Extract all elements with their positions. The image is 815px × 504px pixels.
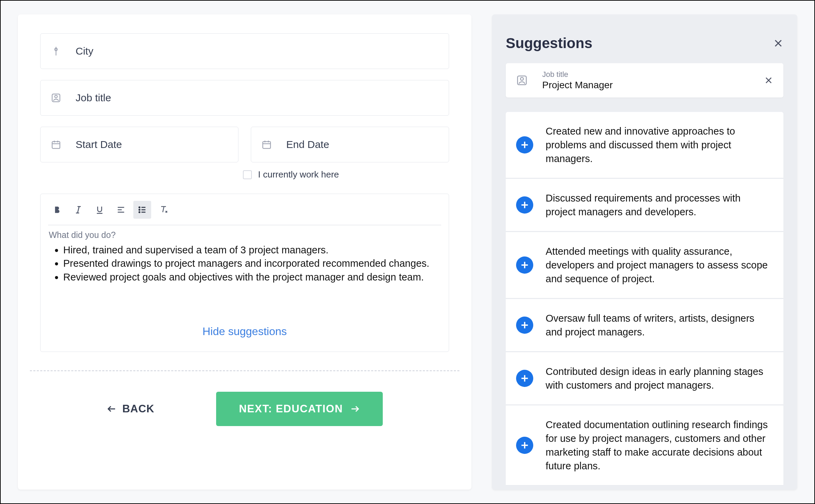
- clear-job-title-button[interactable]: [764, 76, 773, 85]
- italic-button[interactable]: [69, 201, 87, 219]
- job-title-placeholder: Job title: [76, 92, 111, 104]
- dates-row: Start Date End Date: [40, 127, 449, 162]
- list-item: Presented drawings to project managers a…: [63, 257, 440, 270]
- add-suggestion-button[interactable]: [516, 437, 533, 454]
- next-label: NEXT: EDUCATION: [239, 403, 343, 415]
- suggestion-text: Created documentation outlining research…: [546, 418, 773, 473]
- suggestion-item[interactable]: Contributed design ideas in early planni…: [506, 352, 783, 405]
- form-panel: City Job title Start Date End Date I cur…: [18, 14, 471, 490]
- svg-point-2: [55, 95, 57, 98]
- svg-line-7: [78, 207, 79, 213]
- svg-point-12: [139, 207, 140, 208]
- currently-work-label: I currently work here: [258, 169, 339, 180]
- add-suggestion-button[interactable]: [516, 136, 533, 153]
- align-button[interactable]: [112, 201, 130, 219]
- back-label: BACK: [122, 403, 155, 415]
- suggestion-item[interactable]: Created documentation outlining research…: [506, 405, 783, 485]
- hide-suggestions-button[interactable]: Hide suggestions: [41, 325, 449, 352]
- suggestion-text: Attended meetings with quality assurance…: [546, 244, 773, 286]
- editor-content[interactable]: What did you do? Hired, trained and supe…: [41, 225, 449, 284]
- suggestion-item[interactable]: Attended meetings with quality assurance…: [506, 232, 783, 298]
- svg-point-16: [139, 212, 140, 213]
- plus-icon: [520, 140, 529, 150]
- currently-work-checkbox[interactable]: [243, 170, 252, 179]
- bullet-list-button[interactable]: [133, 201, 151, 219]
- clear-format-button[interactable]: [155, 201, 172, 219]
- start-date-field[interactable]: Start Date: [40, 127, 238, 162]
- job-title-label: Job title: [542, 70, 764, 79]
- job-title-box: Job title Project Manager: [506, 63, 783, 98]
- editor-question: What did you do?: [49, 230, 440, 240]
- svg-point-14: [139, 209, 140, 210]
- bold-button[interactable]: [48, 201, 66, 219]
- footer-buttons: BACK NEXT: EDUCATION: [40, 392, 449, 426]
- hide-suggestions-label: Hide suggestions: [202, 325, 287, 337]
- suggestions-title: Suggestions: [506, 35, 592, 51]
- end-date-field[interactable]: End Date: [251, 127, 449, 162]
- list-item: Hired, trained and supervised a team of …: [63, 243, 440, 257]
- job-title-meta: Job title Project Manager: [542, 70, 764, 91]
- city-field[interactable]: City: [40, 33, 449, 69]
- suggestion-text: Created new and innovative approaches to…: [546, 124, 773, 165]
- suggestion-text: Oversaw full teams of writers, artists, …: [546, 311, 773, 339]
- plus-icon: [520, 320, 529, 330]
- add-suggestion-button[interactable]: [516, 256, 533, 274]
- person-icon: [50, 92, 62, 104]
- city-placeholder: City: [76, 45, 93, 57]
- svg-rect-3: [52, 141, 60, 148]
- calendar-icon: [261, 139, 272, 150]
- close-suggestions-button[interactable]: [773, 38, 783, 48]
- suggestion-text: Contributed design ideas in early planni…: [546, 365, 773, 392]
- svg-point-25: [521, 78, 524, 81]
- plus-icon: [520, 200, 529, 210]
- list-item: Reviewed project goals and objectives wi…: [63, 271, 440, 284]
- currently-work-row[interactable]: I currently work here: [243, 169, 449, 180]
- calendar-icon: [50, 139, 62, 150]
- svg-rect-4: [263, 141, 271, 148]
- suggestions-panel: Suggestions Job title Project Manager Cr…: [492, 14, 797, 490]
- close-icon: [764, 76, 773, 85]
- person-icon: [515, 74, 528, 87]
- separator: [30, 370, 459, 371]
- plus-icon: [520, 374, 529, 383]
- next-button[interactable]: NEXT: EDUCATION: [216, 392, 383, 426]
- back-button[interactable]: BACK: [107, 403, 155, 415]
- plus-icon: [520, 260, 529, 270]
- add-suggestion-button[interactable]: [516, 370, 533, 387]
- end-date-placeholder: End Date: [286, 139, 329, 150]
- suggestion-item[interactable]: Discussed requirements and processes wit…: [506, 179, 783, 231]
- editor-toolbar: [41, 194, 449, 219]
- add-suggestion-button[interactable]: [516, 317, 533, 334]
- job-title-field[interactable]: Job title: [40, 80, 449, 116]
- suggestions-list: Created new and innovative approaches to…: [506, 112, 783, 485]
- suggestion-item[interactable]: Created new and innovative approaches to…: [506, 112, 783, 178]
- suggestions-header: Suggestions: [506, 35, 783, 51]
- add-suggestion-button[interactable]: [516, 196, 533, 214]
- bullet-list: Hired, trained and supervised a team of …: [49, 243, 440, 284]
- start-date-placeholder: Start Date: [76, 139, 122, 150]
- plus-icon: [520, 440, 529, 450]
- underline-button[interactable]: [91, 201, 109, 219]
- location-pin-icon: [50, 45, 62, 57]
- description-editor: What did you do? Hired, trained and supe…: [40, 194, 449, 352]
- arrow-left-icon: [107, 404, 117, 414]
- arrow-right-icon: [350, 404, 360, 414]
- suggestion-item[interactable]: Oversaw full teams of writers, artists, …: [506, 299, 783, 352]
- job-title-value: Project Manager: [542, 80, 764, 91]
- close-icon: [773, 38, 783, 48]
- suggestion-text: Discussed requirements and processes wit…: [546, 191, 773, 219]
